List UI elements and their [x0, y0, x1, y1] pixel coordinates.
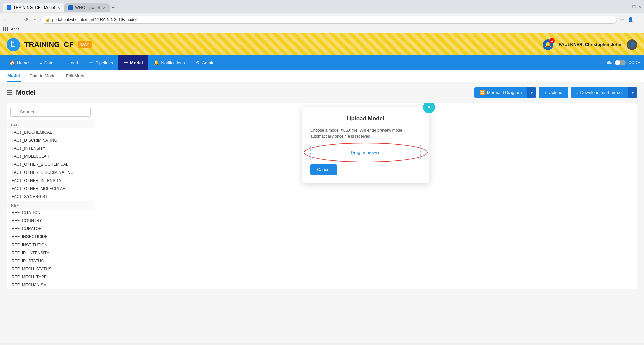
page-header: ☰ Model 🔀 Mermaid Diagram ▾ ↑ Upload ↓ D… — [7, 87, 637, 98]
list-item[interactable]: REF_INSTITUTION — [7, 241, 94, 249]
list-item[interactable]: REF_CURATOR — [7, 225, 94, 233]
logo-icon: 🗄 — [7, 38, 20, 51]
minimize-button[interactable]: — — [626, 5, 630, 9]
title-toggle[interactable] — [615, 60, 626, 65]
notification-button[interactable]: 🔔 16 — [543, 39, 553, 50]
nav-item-notifications[interactable]: 🔔 Notifications — [148, 55, 191, 70]
upload-button[interactable]: ↑ Upload — [539, 87, 568, 98]
download-mart-button[interactable]: ↓ Download mart model — [571, 87, 628, 98]
tab-favicon-1 — [7, 5, 11, 10]
nav-label-model: Model — [130, 60, 143, 65]
mermaid-icon: 🔀 — [480, 90, 485, 95]
drag-browse-label: Drag or browse — [351, 150, 381, 155]
nav-label-load: Load — [68, 60, 78, 65]
mermaid-label: Mermaid Diagram — [487, 90, 522, 95]
user-avatar[interactable]: 👤 — [627, 39, 637, 50]
sub-nav-edit-model[interactable]: Edit Model — [65, 70, 87, 82]
list-item[interactable]: FACT_BIOCHEMICAL — [7, 128, 94, 136]
list-item[interactable]: REF_MECHANISM — [7, 281, 94, 289]
nav-label-home: Home — [17, 60, 29, 65]
sub-nav-label-edit-model: Edit Model — [66, 73, 87, 78]
list-item[interactable]: REF_CITATION — [7, 209, 94, 217]
address-bar: ← → ↺ ⌂ 🔒 portal-uat.who.int/xmart4/TRAI… — [0, 13, 644, 26]
list-item[interactable]: FACT_OTHER_DISCRIMINATING — [7, 168, 94, 177]
tab-close-1[interactable]: ✕ — [57, 6, 60, 10]
browser-chrome: TRAINING_CF - Model ✕ WHO Intranet ✕ + —… — [0, 0, 644, 33]
list-item[interactable]: FACT_MOLECULAR — [7, 152, 94, 160]
sub-nav-model[interactable]: Model — [7, 70, 21, 82]
download-dropdown-button[interactable]: ▾ — [628, 87, 637, 98]
nav-item-model[interactable]: ☰ Model — [118, 55, 148, 70]
upload-label: Upload — [549, 90, 562, 95]
tab-label-1: TRAINING_CF - Model — [13, 5, 55, 10]
bookmark-icon[interactable]: ☆ — [620, 17, 624, 22]
list-item[interactable]: FACT_OTHER_MOLECULAR — [7, 185, 94, 193]
cancel-button[interactable]: Cancel — [310, 164, 337, 175]
sub-nav-label-data-to-model: Data to Model — [30, 73, 57, 78]
list-item[interactable]: REF_MECH_TYPE — [7, 273, 94, 281]
new-tab-button[interactable]: + — [112, 5, 115, 11]
modal-title: Upload Model — [310, 115, 421, 122]
nav-item-pipelines[interactable]: ☰ Pipelines — [84, 55, 118, 70]
modal-description: Choose a model XLSX file. Will enter pre… — [310, 127, 421, 139]
nav-item-home[interactable]: 🏠 Home — [4, 55, 34, 70]
list-item[interactable]: REF_INSECTICIDE — [7, 233, 94, 241]
apps-grid-icon — [3, 27, 8, 31]
profile-icon[interactable]: 👤 — [628, 17, 633, 22]
list-item[interactable]: FACT_INTENSITY — [7, 144, 94, 152]
close-window-button[interactable]: ✕ — [638, 5, 641, 9]
tab-close-2[interactable]: ✕ — [103, 6, 106, 10]
nav-item-load[interactable]: ↑ Load — [59, 55, 84, 70]
model-icon: ☰ — [124, 60, 128, 65]
data-icon: ≡ — [40, 60, 42, 65]
list-item[interactable]: FACT_SYNERGIST — [7, 193, 94, 201]
logo-icon-symbol: 🗄 — [10, 41, 16, 48]
download-icon: ↓ — [576, 90, 578, 95]
nav-item-admin[interactable]: ⚙ Admin — [190, 55, 220, 70]
main-content: ☰ Model 🔀 Mermaid Diagram ▾ ↑ Upload ↓ D… — [0, 82, 644, 343]
modal-overlay: × Upload Model Choose a model XLSX file.… — [94, 104, 637, 289]
list-item[interactable]: FACT_OTHER_INTENSITY — [7, 177, 94, 185]
toolbar-buttons: 🔀 Mermaid Diagram ▾ ↑ Upload ↓ Download … — [474, 87, 637, 98]
drag-or-browse-zone[interactable]: Drag or browse — [310, 145, 421, 160]
drop-zone-annotated: Drag or browse — [310, 145, 421, 160]
mermaid-diagram-button[interactable]: 🔀 Mermaid Diagram — [474, 87, 527, 98]
app-logo: 🗄 TRAINING_CF UAT — [7, 38, 92, 51]
sub-nav: Model Data to Model Edit Model — [0, 70, 644, 82]
page-title-text: Model — [16, 89, 36, 96]
header-right: 🔔 16 FAULKNER, Christopher John 👤 — [543, 39, 637, 50]
notifications-icon: 🔔 — [154, 60, 159, 65]
cancel-label: Cancel — [317, 167, 330, 172]
mermaid-dropdown-button[interactable]: ▾ — [527, 87, 536, 98]
restore-button[interactable]: ❐ — [632, 5, 636, 9]
home-nav-button[interactable]: ⌂ — [32, 16, 38, 24]
toggle-knob — [615, 60, 620, 65]
search-input[interactable] — [10, 107, 91, 117]
url-text: portal-uat.who.int/xmart4/TRAINING_CF/mo… — [52, 17, 136, 22]
url-bar[interactable]: 🔒 portal-uat.who.int/xmart4/TRAINING_CF/… — [40, 16, 617, 24]
nav-item-data[interactable]: ≡ Data — [34, 55, 59, 70]
list-item[interactable]: REF_IR_STATUS — [7, 257, 94, 265]
uat-badge: UAT — [78, 41, 92, 48]
forward-button[interactable]: → — [13, 16, 20, 24]
back-button[interactable]: ← — [3, 16, 10, 24]
tab-who-intranet[interactable]: WHO Intranet ✕ — [64, 3, 109, 12]
tab-training-cf[interactable]: TRAINING_CF - Model ✕ — [3, 3, 64, 12]
nav-bar: 🏠 Home ≡ Data ↑ Load ☰ Pipelines ☰ Model… — [0, 55, 644, 70]
list-item[interactable]: REF_MECH_STATUS — [7, 265, 94, 273]
list-item[interactable]: FACT_OTHER_BIOCHEMICAL — [7, 160, 94, 168]
apps-label[interactable]: Apps — [11, 27, 19, 31]
sidebar: 🔍 FACT FACT_BIOCHEMICAL FACT_DISCRIMINAT… — [7, 104, 94, 289]
nav-right: Title CODE — [605, 60, 640, 65]
refresh-button[interactable]: ↺ — [23, 16, 30, 24]
modal-close-button[interactable]: × — [423, 103, 435, 113]
download-label: Download mart model — [580, 90, 623, 95]
sub-nav-data-to-model[interactable]: Data to Model — [29, 70, 57, 82]
list-item[interactable]: REF_COUNTRY — [7, 217, 94, 225]
list-item[interactable]: REF_IR_INTENSITY — [7, 249, 94, 257]
menu-icon[interactable]: ⋮ — [637, 17, 641, 22]
upload-modal: × Upload Model Choose a model XLSX file.… — [302, 107, 429, 183]
nav-label-data: Data — [44, 60, 53, 65]
list-item[interactable]: FACT_DISCRIMINATING — [7, 136, 94, 144]
group-label-ref: REF — [7, 201, 94, 209]
